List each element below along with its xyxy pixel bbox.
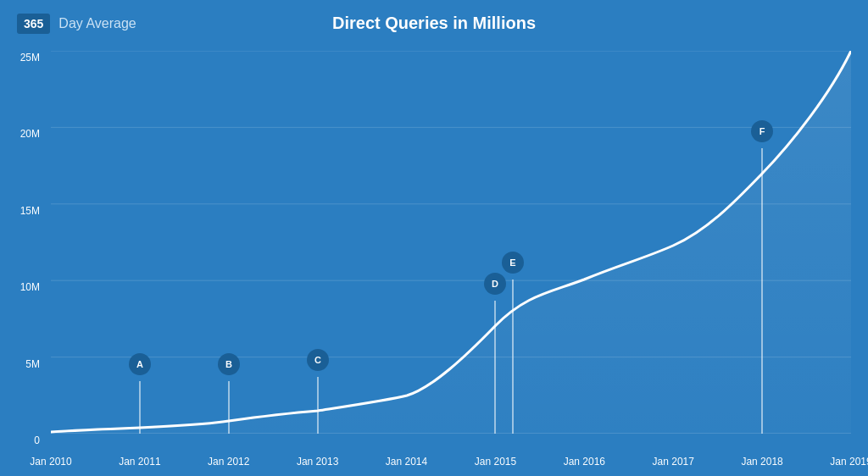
y-label-25m: 25M (20, 52, 40, 64)
y-label-15m: 15M (20, 205, 40, 217)
x-label-2010: Jan 2010 (30, 456, 71, 468)
x-label-2012: Jan 2012 (208, 456, 249, 468)
x-axis: Jan 2010 Jan 2011 Jan 2012 Jan 2013 Jan … (51, 442, 851, 468)
x-label-2019: Jan 2019 (830, 456, 868, 468)
y-label-0: 0 (34, 434, 40, 446)
x-label-2016: Jan 2016 (564, 456, 605, 468)
svg-text:C: C (314, 355, 321, 365)
main-chart: A B C D E F (51, 51, 851, 434)
svg-text:E: E (509, 257, 515, 268)
day-average-label: Day Average (58, 16, 136, 31)
x-label-2018: Jan 2018 (741, 456, 782, 468)
x-label-2015: Jan 2015 (475, 456, 516, 468)
svg-text:F: F (760, 126, 765, 136)
x-label-2011: Jan 2011 (119, 456, 160, 468)
y-label-20m: 20M (20, 128, 40, 140)
svg-text:A: A (136, 359, 143, 369)
chart-header: 365 Day Average (17, 14, 136, 34)
area-fill (51, 51, 851, 434)
x-label-2013: Jan 2013 (297, 456, 338, 468)
chart-title: Direct Queries in Millions (332, 14, 536, 33)
y-axis: 25M 20M 15M 10M 5M 0 (0, 51, 47, 434)
x-label-2017: Jan 2017 (653, 456, 694, 468)
svg-text:B: B (225, 359, 232, 369)
badge-365[interactable]: 365 (17, 14, 50, 34)
x-label-2014: Jan 2014 (386, 456, 427, 468)
y-label-10m: 10M (20, 281, 40, 293)
y-label-5m: 5M (25, 358, 40, 370)
svg-text:D: D (492, 279, 498, 289)
chart-container: 365 Day Average Direct Queries in Millio… (0, 0, 868, 476)
